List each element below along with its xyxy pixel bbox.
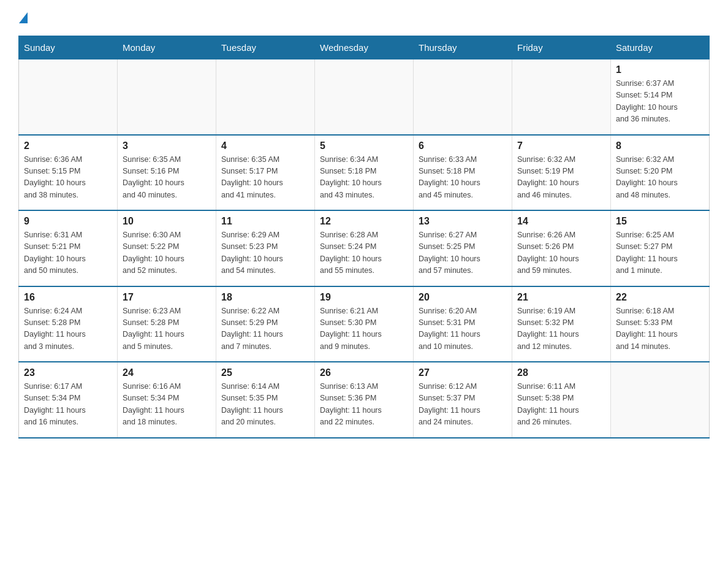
day-number: 24 (123, 367, 211, 378)
calendar-cell (315, 59, 414, 135)
logo-triangle-icon (19, 12, 28, 23)
week-row-1: 1Sunrise: 6:37 AM Sunset: 5:14 PM Daylig… (19, 59, 710, 135)
day-number: 9 (24, 216, 112, 227)
day-number: 21 (517, 292, 605, 303)
calendar-cell: 17Sunrise: 6:23 AM Sunset: 5:28 PM Dayli… (118, 286, 216, 362)
day-info: Sunrise: 6:17 AM Sunset: 5:34 PM Dayligh… (24, 381, 112, 429)
calendar-cell: 19Sunrise: 6:21 AM Sunset: 5:30 PM Dayli… (315, 286, 414, 362)
day-of-week-wednesday: Wednesday (315, 36, 414, 59)
calendar-cell: 14Sunrise: 6:26 AM Sunset: 5:26 PM Dayli… (512, 210, 611, 286)
day-number: 26 (320, 367, 408, 378)
day-info: Sunrise: 6:34 AM Sunset: 5:18 PM Dayligh… (320, 154, 408, 202)
day-info: Sunrise: 6:36 AM Sunset: 5:15 PM Dayligh… (24, 154, 112, 202)
day-number: 19 (320, 292, 408, 303)
day-number: 6 (419, 140, 507, 151)
day-number: 12 (320, 216, 408, 227)
calendar-cell (611, 362, 710, 438)
day-info: Sunrise: 6:14 AM Sunset: 5:35 PM Dayligh… (221, 381, 309, 429)
day-number: 23 (24, 367, 112, 378)
calendar-table: SundayMondayTuesdayWednesdayThursdayFrid… (18, 36, 710, 439)
calendar-cell: 4Sunrise: 6:35 AM Sunset: 5:17 PM Daylig… (216, 135, 315, 211)
logo (18, 12, 28, 23)
day-info: Sunrise: 6:16 AM Sunset: 5:34 PM Dayligh… (123, 381, 211, 429)
day-number: 5 (320, 140, 408, 151)
day-number: 17 (123, 292, 211, 303)
calendar-cell: 3Sunrise: 6:35 AM Sunset: 5:16 PM Daylig… (118, 135, 216, 211)
day-of-week-saturday: Saturday (611, 36, 710, 59)
day-of-week-friday: Friday (512, 36, 611, 59)
calendar-cell: 2Sunrise: 6:36 AM Sunset: 5:15 PM Daylig… (19, 135, 118, 211)
calendar-cell: 26Sunrise: 6:13 AM Sunset: 5:36 PM Dayli… (315, 362, 414, 438)
calendar-cell: 21Sunrise: 6:19 AM Sunset: 5:32 PM Dayli… (512, 286, 611, 362)
day-info: Sunrise: 6:24 AM Sunset: 5:28 PM Dayligh… (24, 305, 112, 353)
day-info: Sunrise: 6:27 AM Sunset: 5:25 PM Dayligh… (419, 229, 507, 277)
day-info: Sunrise: 6:37 AM Sunset: 5:14 PM Dayligh… (616, 78, 704, 126)
calendar-cell (512, 59, 611, 135)
calendar-cell: 6Sunrise: 6:33 AM Sunset: 5:18 PM Daylig… (414, 135, 512, 211)
day-number: 2 (24, 140, 112, 151)
day-info: Sunrise: 6:18 AM Sunset: 5:33 PM Dayligh… (616, 305, 704, 353)
day-info: Sunrise: 6:33 AM Sunset: 5:18 PM Dayligh… (419, 154, 507, 202)
week-row-3: 9Sunrise: 6:31 AM Sunset: 5:21 PM Daylig… (19, 210, 710, 286)
calendar-cell (118, 59, 216, 135)
day-info: Sunrise: 6:22 AM Sunset: 5:29 PM Dayligh… (221, 305, 309, 353)
day-number: 11 (221, 216, 309, 227)
day-info: Sunrise: 6:19 AM Sunset: 5:32 PM Dayligh… (517, 305, 605, 353)
day-info: Sunrise: 6:32 AM Sunset: 5:20 PM Dayligh… (616, 154, 704, 202)
calendar-cell: 5Sunrise: 6:34 AM Sunset: 5:18 PM Daylig… (315, 135, 414, 211)
calendar-cell: 12Sunrise: 6:28 AM Sunset: 5:24 PM Dayli… (315, 210, 414, 286)
day-number: 4 (221, 140, 309, 151)
day-number: 15 (616, 216, 704, 227)
calendar-body: 1Sunrise: 6:37 AM Sunset: 5:14 PM Daylig… (19, 59, 710, 438)
calendar-cell (19, 59, 118, 135)
week-row-2: 2Sunrise: 6:36 AM Sunset: 5:15 PM Daylig… (19, 135, 710, 211)
day-number: 20 (419, 292, 507, 303)
day-info: Sunrise: 6:28 AM Sunset: 5:24 PM Dayligh… (320, 229, 408, 277)
week-row-4: 16Sunrise: 6:24 AM Sunset: 5:28 PM Dayli… (19, 286, 710, 362)
day-number: 14 (517, 216, 605, 227)
day-of-week-monday: Monday (118, 36, 216, 59)
day-number: 13 (419, 216, 507, 227)
day-number: 10 (123, 216, 211, 227)
calendar-cell: 23Sunrise: 6:17 AM Sunset: 5:34 PM Dayli… (19, 362, 118, 438)
calendar-cell: 8Sunrise: 6:32 AM Sunset: 5:20 PM Daylig… (611, 135, 710, 211)
day-info: Sunrise: 6:30 AM Sunset: 5:22 PM Dayligh… (123, 229, 211, 277)
day-number: 8 (616, 140, 704, 151)
calendar-cell: 16Sunrise: 6:24 AM Sunset: 5:28 PM Dayli… (19, 286, 118, 362)
day-info: Sunrise: 6:21 AM Sunset: 5:30 PM Dayligh… (320, 305, 408, 353)
day-info: Sunrise: 6:23 AM Sunset: 5:28 PM Dayligh… (123, 305, 211, 353)
calendar-cell: 20Sunrise: 6:20 AM Sunset: 5:31 PM Dayli… (414, 286, 512, 362)
calendar-cell: 24Sunrise: 6:16 AM Sunset: 5:34 PM Dayli… (118, 362, 216, 438)
day-number: 18 (221, 292, 309, 303)
week-row-5: 23Sunrise: 6:17 AM Sunset: 5:34 PM Dayli… (19, 362, 710, 438)
calendar-cell: 25Sunrise: 6:14 AM Sunset: 5:35 PM Dayli… (216, 362, 315, 438)
calendar-cell (414, 59, 512, 135)
page-header (18, 12, 710, 23)
calendar-cell: 9Sunrise: 6:31 AM Sunset: 5:21 PM Daylig… (19, 210, 118, 286)
day-of-week-thursday: Thursday (414, 36, 512, 59)
days-of-week-row: SundayMondayTuesdayWednesdayThursdayFrid… (19, 36, 710, 59)
calendar-cell: 11Sunrise: 6:29 AM Sunset: 5:23 PM Dayli… (216, 210, 315, 286)
day-info: Sunrise: 6:25 AM Sunset: 5:27 PM Dayligh… (616, 229, 704, 277)
day-info: Sunrise: 6:31 AM Sunset: 5:21 PM Dayligh… (24, 229, 112, 277)
day-info: Sunrise: 6:13 AM Sunset: 5:36 PM Dayligh… (320, 381, 408, 429)
day-info: Sunrise: 6:11 AM Sunset: 5:38 PM Dayligh… (517, 381, 605, 429)
day-number: 1 (616, 64, 704, 75)
calendar-cell: 10Sunrise: 6:30 AM Sunset: 5:22 PM Dayli… (118, 210, 216, 286)
calendar-header: SundayMondayTuesdayWednesdayThursdayFrid… (19, 36, 710, 59)
day-number: 16 (24, 292, 112, 303)
day-info: Sunrise: 6:20 AM Sunset: 5:31 PM Dayligh… (419, 305, 507, 353)
day-info: Sunrise: 6:26 AM Sunset: 5:26 PM Dayligh… (517, 229, 605, 277)
day-info: Sunrise: 6:29 AM Sunset: 5:23 PM Dayligh… (221, 229, 309, 277)
day-number: 7 (517, 140, 605, 151)
calendar-cell: 15Sunrise: 6:25 AM Sunset: 5:27 PM Dayli… (611, 210, 710, 286)
calendar-cell: 18Sunrise: 6:22 AM Sunset: 5:29 PM Dayli… (216, 286, 315, 362)
day-number: 3 (123, 140, 211, 151)
day-number: 25 (221, 367, 309, 378)
day-number: 27 (419, 367, 507, 378)
calendar-cell: 1Sunrise: 6:37 AM Sunset: 5:14 PM Daylig… (611, 59, 710, 135)
day-info: Sunrise: 6:35 AM Sunset: 5:17 PM Dayligh… (221, 154, 309, 202)
day-info: Sunrise: 6:32 AM Sunset: 5:19 PM Dayligh… (517, 154, 605, 202)
calendar-cell: 22Sunrise: 6:18 AM Sunset: 5:33 PM Dayli… (611, 286, 710, 362)
calendar-cell: 28Sunrise: 6:11 AM Sunset: 5:38 PM Dayli… (512, 362, 611, 438)
